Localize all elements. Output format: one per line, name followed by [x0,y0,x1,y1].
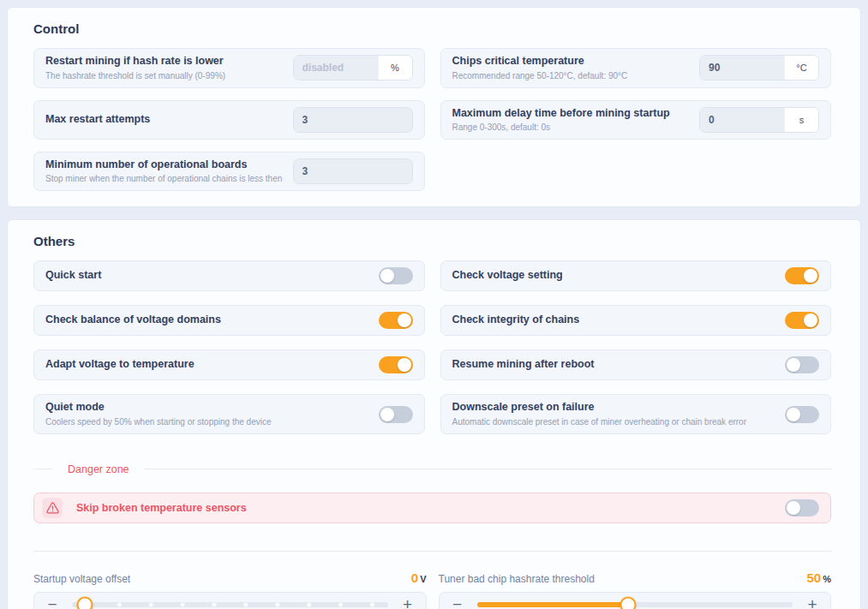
toggle-label: Check balance of voltage domains [45,313,370,327]
field-card-chips-critical-temperature: Chips critical temperature Recommended r… [440,48,832,88]
minus-icon[interactable]: − [450,596,465,609]
slider-label: Tuner bad chip hashrate threshold [439,573,595,585]
field-title: Max restart attempts [45,113,284,127]
chips-critical-temperature-input-group: °C [699,55,819,81]
toggle-subtitle: Coolers speed by 50% when starting or st… [45,417,370,427]
divider-line [33,469,52,469]
toggle-label: Check integrity of chains [452,313,777,327]
slider-fill [477,602,629,607]
toggle-card-downscale-preset-on-failure: Downscale preset on failure Automatic do… [440,394,832,434]
toggle-label: Check voltage setting [452,269,777,283]
toggle-card-adapt-voltage-temperature: Adapt voltage to temperature [33,349,425,380]
max-delay-startup-input[interactable] [700,108,784,132]
toggle-label: Quick start [45,269,370,283]
others-right-column: Check voltage setting Check integrity of… [440,260,832,434]
check-integrity-chains-toggle[interactable] [785,312,819,329]
slider-track[interactable] [477,602,793,607]
toggle-knob [787,358,800,372]
control-right-column: Chips critical temperature Recommended r… [440,48,832,191]
slider-handle[interactable] [620,596,637,609]
toggle-label: Downscale preset on failure [452,401,777,415]
toggle-knob [380,269,394,283]
toggle-knob [787,408,800,421]
field-title: Chips critical temperature [452,55,691,69]
field-card-max-delay-startup: Maximum delay time before mining startup… [440,100,832,140]
adapt-voltage-temperature-toggle[interactable] [379,356,413,373]
control-section-title: Control [33,21,831,36]
field-subtitle: Recommended range 50-120°C, default: 90°… [452,71,691,81]
check-voltage-setting-toggle[interactable] [785,267,819,284]
toggle-card-resume-mining-after-reboot: Resume mining after reboot [440,349,832,380]
seconds-unit-label: s [784,108,818,132]
plus-icon[interactable]: + [805,596,820,609]
minus-icon[interactable]: − [45,596,60,609]
toggle-label: Adapt voltage to temperature [45,358,370,372]
quick-start-toggle[interactable] [379,267,413,284]
max-delay-startup-input-group: s [699,107,819,133]
toggle-label: Resume mining after reboot [452,358,777,372]
danger-zone-label: Danger zone [68,463,129,475]
max-restart-attempts-input[interactable] [293,107,413,133]
slider-value-unit: V [420,574,426,584]
tuner-threshold-slider: − + [439,592,832,609]
toggle-card-check-balance-voltage-domains: Check balance of voltage domains [33,305,425,336]
skip-broken-sensors-toggle[interactable] [785,499,819,516]
check-balance-voltage-domains-toggle[interactable] [379,312,413,329]
slider-value-unit: % [823,574,831,584]
toggle-card-quiet-mode: Quiet mode Coolers speed by 50% when sta… [33,394,425,434]
danger-zone-divider: Danger zone [33,463,831,475]
min-operational-boards-input[interactable] [293,158,413,184]
field-title: Minimum number of operational boards [45,158,284,172]
field-subtitle: The hashrate threshold is set manually (… [45,71,284,81]
toggle-card-quick-start: Quick start [33,260,425,291]
divider-line [145,469,831,469]
warning-triangle-icon [42,498,63,518]
others-section-title: Others [33,234,831,248]
downscale-preset-on-failure-toggle[interactable] [785,406,819,423]
toggle-label: Quiet mode [45,401,370,415]
resume-mining-after-reboot-toggle[interactable] [785,356,819,373]
slider-handle[interactable] [76,596,93,609]
toggle-card-skip-broken-temperature-sensors: Skip broken temperature sensors [33,493,831,523]
slider-startup-voltage-offset: Startup voltage offset 0V − + RESET TO N… [33,570,427,609]
field-title: Restart mining if hash rate is lower [45,55,284,69]
toggle-knob [804,269,817,283]
slider-tuner-bad-chip-threshold: Tuner bad chip hashrate threshold 50% − … [439,570,832,609]
toggle-card-check-voltage-setting: Check voltage setting [440,260,832,291]
toggle-card-check-integrity-chains: Check integrity of chains [440,305,832,336]
field-card-restart-mining: Restart mining if hash rate is lower The… [33,48,425,88]
field-card-max-restart-attempts: Max restart attempts [33,100,425,140]
toggle-subtitle: Automatic downscale preset in case of mi… [452,417,777,427]
toggle-knob [380,408,394,421]
control-left-column: Restart mining if hash rate is lower The… [33,48,425,191]
toggle-knob [804,313,817,327]
toggle-knob [398,313,411,327]
slider-track[interactable] [72,602,388,607]
field-subtitle: Range 0-300s, default: 0s [452,122,691,133]
quiet-mode-toggle[interactable] [379,406,413,423]
slider-value: 0V [411,570,427,585]
skip-broken-sensors-label: Skip broken temperature sensors [76,502,785,514]
restart-mining-input[interactable] [294,56,378,80]
chips-critical-temperature-input[interactable] [700,56,784,80]
field-subtitle: Stop miner when the number of operationa… [45,174,284,184]
percent-unit-label: % [378,56,412,80]
celsius-unit-label: °C [784,56,818,80]
others-section: Others Quick start Check balance of volt… [7,219,861,609]
field-title: Maximum delay time before mining startup [452,107,691,121]
toggle-knob [398,358,411,372]
toggle-knob [787,501,800,515]
startup-voltage-slider: − + [33,592,427,609]
field-card-min-operational-boards: Minimum number of operational boards Sto… [33,152,425,192]
slider-label: Startup voltage offset [33,573,130,585]
slider-value: 50% [807,570,831,585]
control-section: Control Restart mining if hash rate is l… [7,7,861,207]
plus-icon[interactable]: + [400,596,416,609]
section-divider [33,551,831,552]
restart-mining-input-group: % [293,55,413,81]
others-left-column: Quick start Check balance of voltage dom… [33,260,425,434]
